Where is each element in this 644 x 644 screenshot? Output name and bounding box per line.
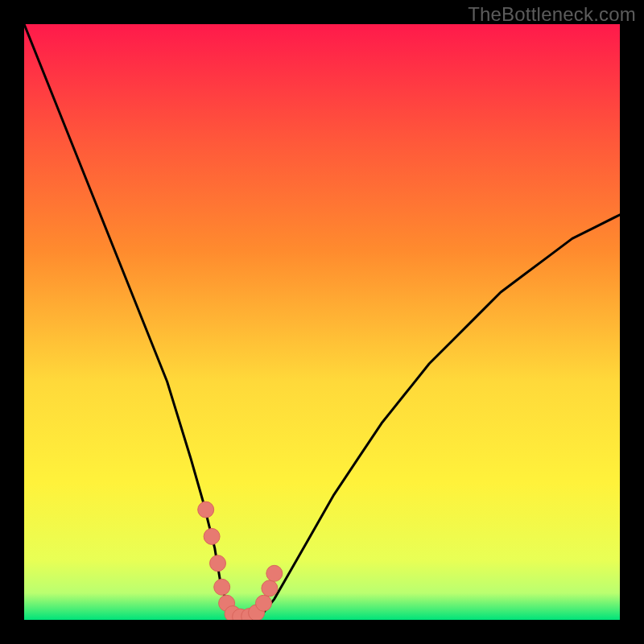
curve-marker xyxy=(256,595,272,611)
bottleneck-curve xyxy=(24,24,620,617)
curve-marker xyxy=(266,565,283,581)
outer-frame: TheBottleneck.com xyxy=(0,0,644,644)
curve-marker xyxy=(210,555,226,572)
watermark-text: TheBottleneck.com xyxy=(468,3,636,26)
curve-marker xyxy=(262,580,278,597)
curve-layer xyxy=(24,24,620,620)
curve-marker xyxy=(204,528,220,544)
curve-marker xyxy=(198,502,214,518)
curve-marker xyxy=(214,579,230,595)
plot-area xyxy=(24,24,620,620)
